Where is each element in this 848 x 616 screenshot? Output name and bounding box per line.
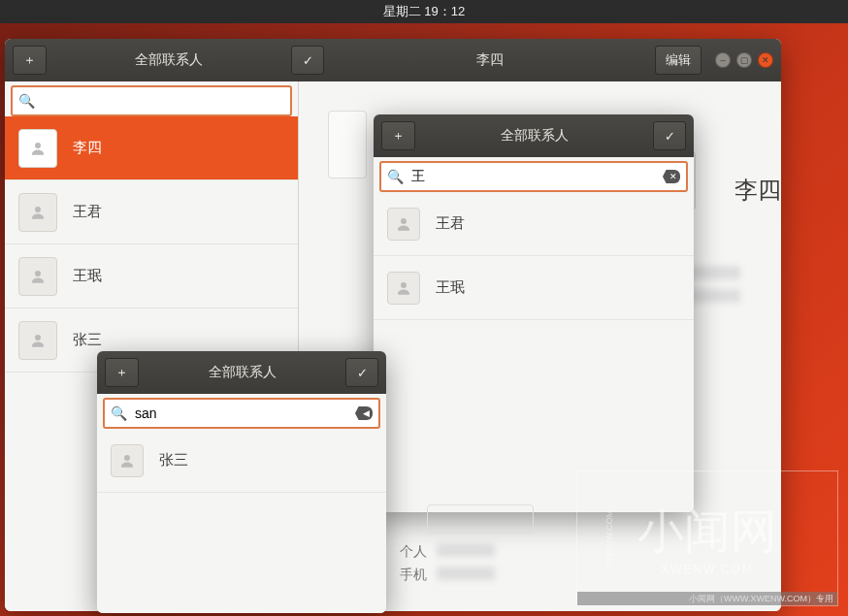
search-bar[interactable]: 🔍	[11, 85, 292, 116]
contact-item[interactable]: 王君	[5, 180, 298, 244]
svg-point-5	[401, 218, 407, 224]
detail-contact-name: 李四	[734, 175, 781, 206]
check-icon: ✓	[303, 53, 313, 68]
header-title: 全部联系人	[145, 364, 340, 381]
add-contact-button[interactable]: ＋	[381, 121, 415, 150]
search-input[interactable]	[131, 405, 355, 421]
contact-item[interactable]: 王君	[374, 192, 694, 256]
contact-name: 王珉	[436, 278, 465, 297]
svg-point-2	[35, 271, 41, 276]
search-bar[interactable]: 🔍 ✕	[379, 161, 688, 192]
edit-label: 编辑	[666, 51, 691, 69]
person-icon	[387, 272, 420, 305]
contact-item[interactable]: 王珉	[374, 256, 694, 320]
window-header: ＋ 全部联系人 ✓	[374, 114, 694, 157]
close-button[interactable]: ✕	[758, 52, 773, 68]
maximize-button[interactable]: ▢	[736, 52, 752, 68]
detail-card-edge	[328, 111, 367, 178]
top-menu-bar: 星期二 19：12	[0, 0, 848, 23]
svg-point-0	[35, 143, 41, 148]
svg-point-6	[401, 282, 407, 288]
person-icon	[18, 257, 57, 296]
window-controls: – ▢ ✕	[715, 52, 773, 68]
contact-item[interactable]: 李四	[5, 116, 298, 180]
search-icon: 🔍	[18, 93, 35, 109]
contact-item[interactable]: 王珉	[5, 244, 298, 308]
detail-value-blurred	[437, 543, 495, 557]
svg-point-3	[35, 335, 41, 340]
select-mode-button[interactable]: ✓	[345, 358, 378, 387]
contact-name: 张三	[73, 331, 102, 349]
search-input[interactable]	[408, 169, 663, 184]
search-input[interactable]	[39, 93, 284, 109]
contact-name: 张三	[159, 451, 188, 470]
window-header: ＋ 全部联系人 ✓ 李四 编辑 – ▢ ✕	[5, 39, 781, 81]
clear-search-icon[interactable]: ◀	[355, 406, 373, 420]
contact-name: 王君	[436, 214, 465, 233]
search-icon: 🔍	[111, 405, 127, 421]
contact-name: 王珉	[73, 267, 102, 285]
clear-search-icon[interactable]: ✕	[663, 170, 680, 183]
plus-icon: ＋	[115, 364, 128, 381]
check-icon: ✓	[357, 366, 368, 380]
search-icon: 🔍	[387, 169, 404, 184]
person-icon	[18, 129, 57, 168]
minimize-button[interactable]: –	[715, 52, 731, 68]
detail-label: 个人	[388, 543, 427, 561]
detail-label: 手机	[388, 567, 427, 584]
contact-name: 李四	[73, 139, 102, 157]
detail-row: 手机	[388, 567, 534, 584]
header-title: 全部联系人	[421, 127, 647, 145]
contact-item[interactable]: 张三	[97, 429, 386, 493]
person-icon	[387, 208, 420, 241]
check-icon: ✓	[665, 129, 675, 144]
plus-icon: ＋	[392, 127, 405, 145]
add-contact-button[interactable]: ＋	[105, 358, 139, 387]
edit-button[interactable]: 编辑	[655, 46, 701, 75]
add-contact-button[interactable]: ＋	[13, 46, 47, 75]
contacts-search-window-san: ＋ 全部联系人 ✓ 🔍 ◀ 张三	[97, 351, 386, 613]
search-bar[interactable]: 🔍 ◀	[103, 398, 380, 429]
select-mode-button[interactable]: ✓	[291, 46, 324, 75]
detail-title: 李四	[432, 51, 548, 69]
detail-row: 个人	[388, 543, 534, 561]
contacts-search-window-wang: ＋ 全部联系人 ✓ 🔍 ✕ 王君王珉	[374, 114, 694, 512]
select-mode-button[interactable]: ✓	[653, 121, 686, 150]
person-icon	[111, 444, 144, 477]
plus-icon: ＋	[23, 51, 36, 69]
svg-point-1	[35, 207, 41, 212]
clock-text: 星期二 19：12	[383, 3, 466, 20]
window-header: ＋ 全部联系人 ✓	[97, 351, 386, 394]
detail-value-blurred	[437, 567, 495, 580]
left-pane-title: 全部联系人	[52, 51, 285, 69]
contact-name: 王君	[73, 203, 102, 221]
person-icon	[18, 321, 57, 360]
svg-point-7	[124, 455, 130, 461]
partial-detail-peek: 个人手机	[369, 504, 553, 590]
person-icon	[18, 193, 57, 232]
